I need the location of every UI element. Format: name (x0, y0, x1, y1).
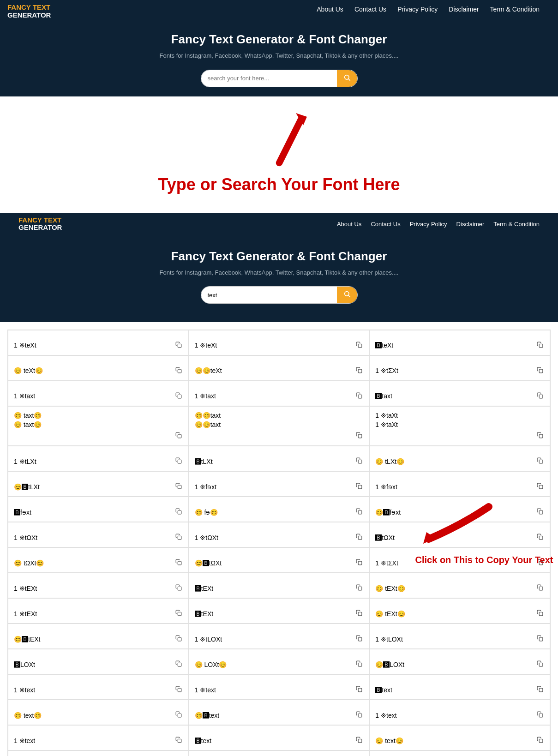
copy-button[interactable] (355, 583, 363, 593)
font-text: 🅱taxt (375, 392, 536, 401)
copy-button[interactable] (536, 431, 544, 441)
font-text: 🅱tLXt (195, 457, 355, 467)
font-cell: 😊 tEXt😊 (369, 573, 550, 598)
search-input-2[interactable] (201, 287, 337, 303)
font-cell: 1 ※tΣXt (369, 355, 550, 381)
nav-contact[interactable]: Contact Us (354, 6, 386, 13)
nav-term[interactable]: Term & Condition (490, 6, 540, 13)
copy-button[interactable] (536, 583, 544, 593)
svg-rect-38 (539, 612, 543, 616)
nav-about[interactable]: About Us (317, 6, 343, 13)
copy-button[interactable] (355, 685, 363, 695)
font-cell: 1 ※text (8, 725, 189, 750)
copy-button[interactable] (536, 482, 544, 492)
copy-button[interactable] (536, 736, 544, 745)
copy-icon (356, 559, 362, 565)
instruction-section-1: Type or Search Your Font Here (0, 96, 558, 213)
font-cell: 😊 LOXt😊 (189, 649, 370, 674)
font-cell: 1 ※tΩXt (8, 522, 189, 547)
search-bar (201, 70, 358, 87)
copy-button[interactable] (536, 366, 544, 376)
copy-button[interactable] (174, 456, 183, 466)
copy-button[interactable] (355, 482, 363, 492)
copy-button[interactable] (174, 583, 183, 593)
copy-button[interactable] (174, 341, 183, 350)
copy-button[interactable] (536, 710, 544, 720)
copy-button[interactable] (174, 634, 183, 644)
font-cell: 1 ※text (189, 750, 370, 756)
copy-button[interactable] (355, 456, 363, 466)
font-cell: 😊 tΩXt😊 (8, 547, 189, 573)
copy-icon (356, 534, 362, 540)
font-text: 😊 LOXt😊 (195, 660, 355, 670)
copy-button[interactable] (536, 456, 544, 466)
font-text: 😊 text😊 (375, 737, 536, 746)
font-cell: 1 ※tLOXt (369, 624, 550, 649)
svg-rect-39 (178, 637, 181, 641)
copy-button[interactable] (174, 482, 183, 492)
copy-button[interactable] (355, 710, 363, 720)
nav-disclaimer[interactable]: Disclaimer (449, 6, 479, 13)
copy-button[interactable] (536, 660, 544, 669)
copy-button[interactable] (174, 685, 183, 695)
copy-icon (537, 686, 543, 692)
nav-privacy[interactable]: Privacy Policy (397, 6, 438, 13)
copy-icon (175, 635, 182, 642)
svg-rect-53 (539, 739, 543, 743)
font-text: 😊😊teXt (195, 366, 355, 376)
nav2-disclaimer[interactable]: Disclaimer (456, 221, 485, 228)
copy-icon (175, 392, 182, 399)
font-cell: 1 ※fɘxt (189, 471, 370, 497)
search-input[interactable] (201, 70, 337, 87)
copy-button[interactable] (355, 558, 363, 568)
copy-button[interactable] (174, 710, 183, 720)
copy-button[interactable] (355, 634, 363, 644)
copy-button[interactable] (355, 341, 363, 350)
copy-button[interactable] (174, 507, 183, 517)
copy-button[interactable] (355, 609, 363, 618)
copy-icon (537, 432, 543, 438)
copy-button[interactable] (174, 431, 183, 441)
copy-button[interactable] (355, 533, 363, 542)
svg-rect-37 (359, 612, 362, 616)
copy-button[interactable] (174, 533, 183, 542)
search-button-2[interactable] (337, 287, 357, 303)
svg-rect-47 (539, 688, 543, 692)
copy-button[interactable] (536, 341, 544, 350)
copy-button[interactable] (355, 391, 363, 401)
copy-button[interactable] (536, 609, 544, 618)
copy-button[interactable] (174, 366, 183, 376)
copy-button[interactable] (174, 609, 183, 618)
font-cell: 😊 tEXt😊 (369, 598, 550, 624)
font-text: 🅱text (195, 737, 355, 746)
font-cell: 1 ※tΩXt (189, 522, 370, 547)
nav2-privacy[interactable]: Privacy Policy (410, 221, 447, 228)
copy-button[interactable] (174, 391, 183, 401)
copy-button[interactable] (536, 685, 544, 695)
copy-icon (537, 584, 543, 591)
nav2-term[interactable]: Term & Condition (493, 221, 540, 228)
font-cell: 1 ※taxt (189, 381, 370, 406)
svg-rect-33 (178, 587, 181, 590)
search-button[interactable] (337, 70, 357, 87)
svg-rect-41 (539, 637, 543, 641)
copy-icon (356, 686, 362, 692)
nav2-contact[interactable]: Contact Us (371, 221, 400, 228)
copy-button[interactable] (536, 391, 544, 401)
svg-rect-21 (178, 485, 181, 489)
copy-button[interactable] (355, 431, 363, 441)
copy-icon (175, 559, 182, 565)
nav2-about[interactable]: About Us (337, 221, 361, 228)
copy-button[interactable] (355, 660, 363, 669)
copy-button[interactable] (355, 736, 363, 745)
copy-button[interactable] (174, 736, 183, 745)
copy-button[interactable] (536, 634, 544, 644)
copy-instruction: Click on This to Copy Your Text (415, 555, 553, 565)
copy-button[interactable] (355, 366, 363, 376)
copy-button[interactable] (174, 558, 183, 568)
copy-button[interactable] (355, 507, 363, 517)
font-text: 😊 taxt😊 (14, 411, 183, 420)
font-cell: 🅱text (189, 725, 370, 750)
font-text: 1 ※text (195, 686, 355, 695)
copy-button[interactable] (174, 660, 183, 669)
